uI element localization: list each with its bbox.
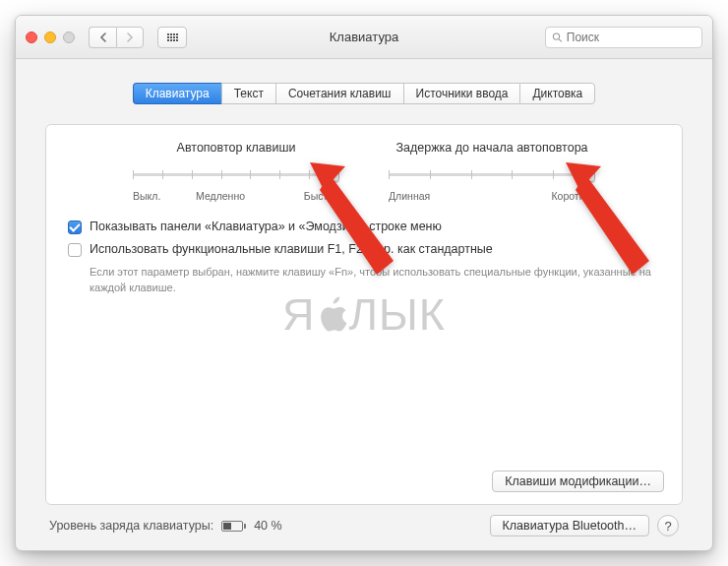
tab-text[interactable]: Текст (221, 83, 275, 104)
window-title: Клавиатура (330, 30, 398, 44)
tab-shortcuts[interactable]: Сочетания клавиш (275, 83, 403, 104)
delay-scale: Длинная Короткая (389, 190, 595, 202)
watermark: Я ЛЫК (282, 289, 446, 341)
search-icon (552, 31, 563, 43)
svg-line-1 (559, 38, 562, 41)
back-button[interactable] (89, 27, 116, 48)
key-repeat-scale: Выкл. Медленно Быстро (133, 190, 339, 202)
key-repeat-group: Автоповтор клавиши Выкл. Медленно Быстро (133, 141, 339, 202)
footer: Уровень заряда клавиатуры: 40 % Клавиату… (45, 505, 683, 536)
content-area: Клавиатура Текст Сочетания клавиш Источн… (16, 59, 712, 550)
help-button[interactable]: ? (657, 515, 679, 536)
apple-icon (313, 294, 350, 336)
tab-input-sources[interactable]: Источники ввода (403, 83, 520, 104)
fn-keys-row: Использовать функциональные клавиши F1, … (68, 242, 660, 257)
tab-keyboard[interactable]: Клавиатура (133, 83, 221, 104)
fn-keys-label: Использовать функциональные клавиши F1, … (90, 242, 493, 256)
show-panels-checkbox[interactable] (68, 220, 82, 234)
nav-buttons (89, 27, 144, 48)
fn-keys-help: Если этот параметр выбран, нажмите клави… (90, 265, 660, 296)
show-all-button[interactable] (157, 27, 187, 48)
sliders-row: Автоповтор клавиши Выкл. Медленно Быстро… (68, 141, 660, 202)
delay-label: Задержка до начала автоповтора (389, 141, 595, 155)
tab-dictation[interactable]: Диктовка (519, 83, 595, 104)
battery-label: Уровень заряда клавиатуры: (49, 519, 213, 533)
preferences-window: Клавиатура Клавиатура Текст Сочетания кл… (15, 15, 713, 551)
settings-pane: Автоповтор клавиши Выкл. Медленно Быстро… (45, 124, 683, 505)
search-field[interactable] (545, 27, 702, 48)
slider-thumb-icon[interactable] (327, 167, 339, 182)
forward-button[interactable] (116, 27, 144, 48)
traffic-lights (26, 31, 75, 43)
grid-icon (167, 33, 178, 41)
key-repeat-slider[interactable] (133, 166, 339, 184)
minimize-icon[interactable] (44, 31, 56, 43)
search-input[interactable] (567, 31, 696, 44)
fn-keys-checkbox[interactable] (68, 243, 82, 257)
delay-group: Задержка до начала автоповтора Длинная К… (389, 141, 595, 202)
maximize-icon[interactable] (63, 31, 75, 43)
tab-bar: Клавиатура Текст Сочетания клавиш Источн… (45, 83, 683, 104)
titlebar: Клавиатура (16, 16, 712, 59)
battery-value: 40 % (254, 519, 282, 533)
key-repeat-label: Автоповтор клавиши (133, 141, 339, 155)
modifier-keys-button[interactable]: Клавиши модификации… (492, 471, 664, 492)
close-icon[interactable] (26, 31, 37, 43)
battery-icon (221, 521, 246, 532)
svg-point-0 (553, 32, 559, 38)
bluetooth-keyboard-button[interactable]: Клавиатура Bluetooth… (490, 515, 650, 536)
slider-thumb-icon[interactable] (582, 167, 595, 182)
delay-slider[interactable] (389, 166, 595, 184)
show-panels-row: Показывать панели «Клавиатура» и «Эмодзи… (68, 220, 660, 234)
show-panels-label: Показывать панели «Клавиатура» и «Эмодзи… (90, 220, 442, 233)
